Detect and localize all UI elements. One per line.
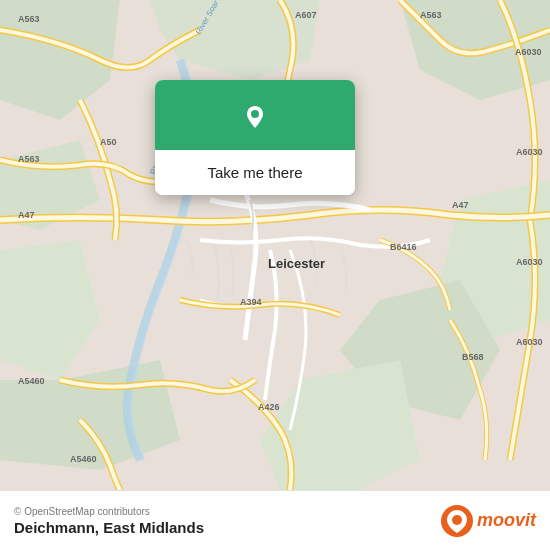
svg-point-31 — [251, 110, 259, 118]
svg-text:A5460: A5460 — [18, 376, 45, 386]
svg-text:A6030: A6030 — [516, 147, 543, 157]
svg-text:A563: A563 — [18, 154, 40, 164]
svg-text:A563: A563 — [420, 10, 442, 20]
svg-text:A6030: A6030 — [515, 47, 542, 57]
location-pin-icon — [236, 98, 274, 136]
svg-text:A47: A47 — [18, 210, 35, 220]
map-container: A563 A563 A607 A6030 A6030 A6030 A6030 A… — [0, 0, 550, 490]
svg-text:A50: A50 — [100, 137, 117, 147]
svg-text:A426: A426 — [258, 402, 280, 412]
svg-text:Leicester: Leicester — [268, 256, 325, 271]
bottom-left: © OpenStreetMap contributors Deichmann, … — [14, 506, 204, 536]
svg-text:A47: A47 — [452, 200, 469, 210]
svg-text:B568: B568 — [462, 352, 484, 362]
popup-header — [155, 80, 355, 150]
svg-point-33 — [452, 515, 462, 525]
popup-card: Take me there — [155, 80, 355, 195]
svg-text:A607: A607 — [295, 10, 317, 20]
bottom-bar: © OpenStreetMap contributors Deichmann, … — [0, 490, 550, 550]
svg-text:A394: A394 — [240, 297, 262, 307]
svg-text:A6030: A6030 — [516, 257, 543, 267]
svg-text:A563: A563 — [18, 14, 40, 24]
moovit-brand-text: moovit — [477, 510, 536, 531]
svg-text:A6030: A6030 — [516, 337, 543, 347]
take-me-there-button[interactable]: Take me there — [155, 150, 355, 195]
svg-text:B6416: B6416 — [390, 242, 417, 252]
moovit-icon — [441, 505, 473, 537]
attribution-text: © OpenStreetMap contributors — [14, 506, 204, 517]
location-name: Deichmann, East Midlands — [14, 519, 204, 536]
svg-text:A5460: A5460 — [70, 454, 97, 464]
moovit-logo: moovit — [441, 505, 536, 537]
